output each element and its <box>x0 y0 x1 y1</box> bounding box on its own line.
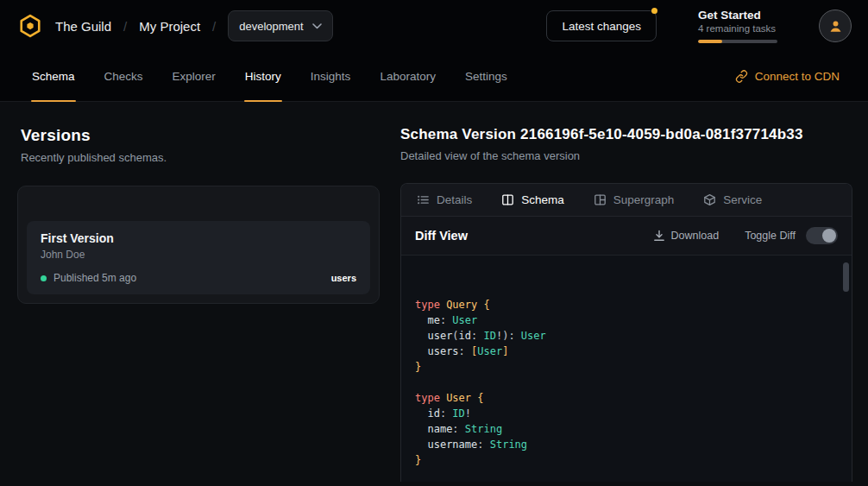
code-line: } <box>415 452 838 468</box>
schema-icon <box>501 193 514 206</box>
code-line: user(id: ID!): User <box>415 328 838 344</box>
code-lines: type Query { me: User user(id: ID!): Use… <box>415 297 838 468</box>
detail-tab-label: Schema <box>521 193 564 206</box>
target-select-value: development <box>239 20 303 33</box>
version-meta: Published 5m agousers <box>41 272 356 284</box>
toggle-diff-switch[interactable] <box>806 227 838 244</box>
code-line: type User { <box>415 390 838 406</box>
versions-section: Versions Recently published schemas. Fir… <box>17 126 380 482</box>
latest-changes-label: Latest changes <box>562 20 641 33</box>
tab-explorer[interactable]: Explorer <box>172 52 217 101</box>
code-line: username: String <box>415 437 838 452</box>
schema-version-panel: DetailsSchemaSupergraphService Diff View… <box>400 183 852 482</box>
code-line: users: [User] <box>415 344 838 359</box>
published-status-text: Published 5m ago <box>53 272 136 284</box>
get-started-widget[interactable]: Get Started 4 remaining tasks <box>698 9 777 43</box>
avatar[interactable] <box>819 9 852 42</box>
version-item[interactable]: First VersionJohn DoePublished 5m agouse… <box>27 221 370 294</box>
connect-to-cdn-label: Connect to CDN <box>755 70 840 83</box>
link-icon <box>735 70 748 83</box>
list-icon <box>417 193 430 206</box>
page-nav: SchemaChecksExplorerHistoryInsightsLabor… <box>0 52 868 102</box>
chevron-down-icon <box>312 23 322 29</box>
version-badge: users <box>331 273 356 283</box>
detail-tab-label: Service <box>723 193 762 206</box>
breadcrumb-project[interactable]: My Project <box>139 19 200 34</box>
schema-code-viewer[interactable]: type Query { me: User user(id: ID!): Use… <box>401 256 852 482</box>
top-header: The Guild / My Project / development Lat… <box>0 0 868 52</box>
download-icon <box>653 230 665 242</box>
detail-tab-label: Supergraph <box>613 193 675 206</box>
detail-tab-service[interactable]: Service <box>703 193 762 206</box>
diff-view-title: Diff View <box>415 229 468 243</box>
code-line: id: ID! <box>415 406 838 421</box>
code-line: me: User <box>415 312 838 328</box>
supergraph-icon <box>594 193 607 206</box>
get-started-progress-fill <box>698 40 722 43</box>
connect-to-cdn-button[interactable]: Connect to CDN <box>735 52 840 101</box>
target-select[interactable]: development <box>228 10 333 41</box>
detail-tab-schema[interactable]: Schema <box>501 193 564 206</box>
diff-header: Diff View Download Toggle Diff <box>401 217 852 256</box>
app-root: The Guild / My Project / development Lat… <box>0 0 868 482</box>
service-icon <box>703 193 716 206</box>
version-author: John Doe <box>41 249 356 261</box>
versions-card: First VersionJohn DoePublished 5m agouse… <box>17 186 380 304</box>
download-button[interactable]: Download <box>653 230 720 242</box>
published-status-dot <box>41 275 47 281</box>
code-line: name: String <box>415 421 838 437</box>
get-started-progress <box>698 40 777 43</box>
detail-tab-supergraph[interactable]: Supergraph <box>594 193 675 206</box>
get-started-subtitle: 4 remaining tasks <box>698 23 777 34</box>
version-list: First VersionJohn DoePublished 5m agouse… <box>27 221 370 294</box>
detail-tab-label: Details <box>437 193 472 206</box>
versions-subtitle: Recently published schemas. <box>21 151 380 164</box>
code-line: } <box>415 359 838 375</box>
versions-title: Versions <box>21 126 380 145</box>
nav-tabs: SchemaChecksExplorerHistoryInsightsLabor… <box>31 52 508 101</box>
scrollbar-thumb[interactable] <box>843 262 849 292</box>
detail-tab-details[interactable]: Details <box>417 193 472 206</box>
notification-dot <box>651 8 657 14</box>
code-line: type Query { <box>415 297 838 312</box>
breadcrumb-separator: / <box>212 19 216 34</box>
code-line <box>415 375 838 390</box>
tab-settings[interactable]: Settings <box>464 52 508 101</box>
breadcrumb-separator: / <box>123 19 127 34</box>
toggle-diff-label: Toggle Diff <box>745 230 796 242</box>
toggle-knob <box>822 229 836 243</box>
latest-changes-button[interactable]: Latest changes <box>546 10 657 41</box>
tab-schema[interactable]: Schema <box>31 52 76 101</box>
main-content: Versions Recently published schemas. Fir… <box>0 102 868 482</box>
get-started-title: Get Started <box>698 9 777 22</box>
hive-logo-icon[interactable] <box>17 13 43 39</box>
download-label: Download <box>671 230 720 242</box>
tab-laboratory[interactable]: Laboratory <box>379 52 437 101</box>
panel-tabs: DetailsSchemaSupergraphService <box>401 184 852 217</box>
schema-version-section: Schema Version 2166196f-5e10-4059-bd0a-0… <box>400 126 852 482</box>
breadcrumb-org[interactable]: The Guild <box>55 19 111 34</box>
user-icon <box>827 18 844 35</box>
tab-insights[interactable]: Insights <box>310 52 352 101</box>
schema-version-subtitle: Detailed view of the schema version <box>400 149 852 162</box>
tab-history[interactable]: History <box>244 52 282 101</box>
version-name: First Version <box>41 231 356 245</box>
tab-checks[interactable]: Checks <box>104 52 144 101</box>
schema-version-title: Schema Version 2166196f-5e10-4059-bd0a-0… <box>400 126 852 143</box>
